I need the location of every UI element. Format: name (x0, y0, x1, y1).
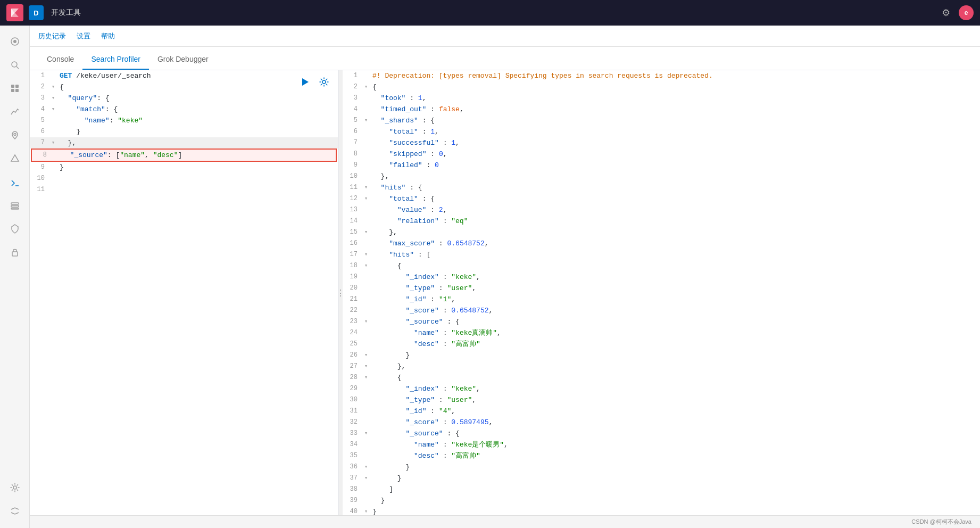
resp-line-37: 37 ▾ } (343, 473, 980, 484)
settings-icon[interactable]: ⚙ (942, 7, 950, 19)
resp-line-7: 7 "successful" : 1, (343, 137, 980, 148)
code-line-4: 4 ▾ "match": { (30, 104, 338, 115)
tab-grok-debugger[interactable]: Grok Debugger (149, 50, 217, 70)
resp-line-39: 39 } (343, 495, 980, 506)
sidebar-icon-devtools[interactable] (4, 171, 26, 193)
tab-search-profiler[interactable]: Search Profiler (82, 50, 149, 70)
svg-rect-13 (11, 208, 19, 209)
resp-line-1: 1 #! Deprecation: [types removal] Specif… (343, 70, 980, 81)
resp-line-15: 15 ▾ }, (343, 227, 980, 238)
svg-point-2 (12, 62, 17, 67)
resp-line-5: 5 ▾ "_shards" : { (343, 115, 980, 126)
svg-point-1 (13, 40, 16, 43)
logo-area: D 开发工具 (6, 4, 81, 21)
resp-line-10: 10 }, (343, 171, 980, 182)
code-line-7: 7 ▾ }, (30, 137, 338, 148)
sidebar-icon-home[interactable] (4, 31, 26, 52)
tabs-bar: Console Search Profiler Grok Debugger (30, 47, 980, 70)
sidebar-icon-stack[interactable] (4, 195, 26, 216)
svg-rect-4 (11, 85, 14, 88)
resp-line-11: 11 ▾ "hits" : { (343, 182, 980, 193)
response-pane: 1 #! Deprecation: [types removal] Specif… (343, 70, 980, 515)
main-layout: 历史记录 设置 帮助 Console Search Profiler Grok … (0, 26, 980, 528)
content-area: 历史记录 设置 帮助 Console Search Profiler Grok … (30, 26, 980, 528)
resp-line-17: 17 ▾ "hits" : [ (343, 249, 980, 260)
resp-line-27: 27 ▾ }, (343, 361, 980, 372)
resp-line-30: 30 "_type" : "user", (343, 394, 980, 406)
svg-point-15 (13, 486, 16, 489)
kibana-logo (6, 4, 23, 21)
top-bar-right: ⚙ e (942, 5, 974, 20)
resp-line-40: 40 ▾ } (343, 506, 980, 515)
resp-line-3: 3 "took" : 1, (343, 93, 980, 104)
resp-line-32: 32 "_score" : 0.5897495, (343, 417, 980, 428)
response-editor: 1 #! Deprecation: [types removal] Specif… (343, 70, 980, 515)
sidebar-collapse-button[interactable] (4, 500, 26, 522)
resp-line-19: 19 "_index" : "keke", (343, 271, 980, 283)
resp-line-14: 14 "relation" : "eq" (343, 216, 980, 227)
resp-line-6: 6 "total" : 1, (343, 126, 980, 137)
sidebar-icon-discover[interactable] (4, 54, 26, 76)
sidebar-icon-settings[interactable] (4, 477, 26, 498)
resp-line-18: 18 ▾ { (343, 260, 980, 271)
resp-line-24: 24 "name" : "keke真滴帅", (343, 327, 980, 339)
top-bar: D 开发工具 ⚙ e (0, 0, 980, 26)
resp-line-16: 16 "max_score" : 0.6548752, (343, 238, 980, 249)
code-line-3: 3 ▾ "query": { (30, 93, 338, 104)
svg-rect-7 (15, 89, 19, 92)
resp-line-38: 38 ] (343, 484, 980, 495)
resp-line-33: 33 ▾ "_source" : { (343, 428, 980, 439)
code-line-5: 5 "name": "keke" (30, 115, 338, 126)
user-badge: D (29, 5, 44, 20)
run-button[interactable] (297, 75, 312, 89)
resp-line-29: 29 "_index" : "keke", (343, 383, 980, 394)
sidebar-icon-maps[interactable] (4, 125, 26, 146)
resp-line-25: 25 "desc" : "高富帅" (343, 339, 980, 350)
sidebar (0, 26, 30, 528)
tab-console[interactable]: Console (38, 50, 82, 70)
resp-line-35: 35 "desc" : "高富帅" (343, 450, 980, 461)
resp-line-12: 12 ▾ "total" : { (343, 193, 980, 204)
svg-rect-12 (11, 205, 19, 207)
pane-divider[interactable]: ⋮ (338, 70, 343, 515)
request-editor-pane: 1 GET /keke/user/_search 2 ▾ { 3 ▾ (30, 70, 338, 515)
code-line-11: 11 (30, 184, 338, 195)
resp-line-9: 9 "failed" : 0 (343, 160, 980, 171)
code-line-9: 9 } (30, 162, 338, 173)
resp-line-34: 34 "name" : "keke是个暖男", (343, 439, 980, 450)
svg-marker-9 (11, 155, 19, 161)
status-text: CSDN @柯柯不会Java (911, 518, 971, 526)
sidebar-icon-visualize[interactable] (4, 101, 26, 122)
resp-line-22: 22 "_score" : 0.6548752, (343, 305, 980, 316)
user-avatar[interactable]: e (959, 5, 974, 20)
request-editor[interactable]: 1 GET /keke/user/_search 2 ▾ { 3 ▾ (30, 70, 338, 515)
code-line-2: 2 ▾ { (30, 81, 338, 93)
sidebar-icon-security[interactable] (4, 242, 26, 263)
svg-marker-16 (302, 78, 309, 86)
svg-line-3 (16, 67, 19, 69)
resp-line-28: 28 ▾ { (343, 372, 980, 383)
sidebar-icon-ml[interactable] (4, 148, 26, 169)
sidebar-icon-dashboard[interactable] (4, 78, 26, 99)
resp-line-26: 26 ▾ } (343, 350, 980, 361)
app-name: 开发工具 (51, 8, 81, 18)
secondary-nav: 历史记录 设置 帮助 (30, 26, 980, 47)
resp-line-2: 2 ▾ { (343, 81, 980, 93)
settings-wrench-button[interactable] (317, 75, 331, 89)
code-line-1: 1 GET /keke/user/_search (30, 70, 338, 81)
svg-rect-11 (11, 203, 19, 204)
resp-line-13: 13 "value" : 2, (343, 204, 980, 216)
resp-line-20: 20 "_type" : "user", (343, 283, 980, 294)
nav-history[interactable]: 历史记录 (38, 31, 66, 41)
svg-point-8 (14, 134, 16, 136)
sidebar-icon-fleet[interactable] (4, 218, 26, 240)
resp-line-31: 31 "_id" : "4", (343, 406, 980, 417)
svg-rect-6 (11, 89, 14, 92)
resp-line-23: 23 ▾ "_source" : { (343, 316, 980, 327)
resp-line-8: 8 "skipped" : 0, (343, 148, 980, 160)
svg-rect-5 (15, 85, 19, 88)
resp-line-21: 21 "_id" : "1", (343, 294, 980, 305)
nav-settings[interactable]: 设置 (77, 31, 90, 41)
editor-area: 1 GET /keke/user/_search 2 ▾ { 3 ▾ (30, 70, 980, 515)
nav-help[interactable]: 帮助 (101, 31, 115, 41)
